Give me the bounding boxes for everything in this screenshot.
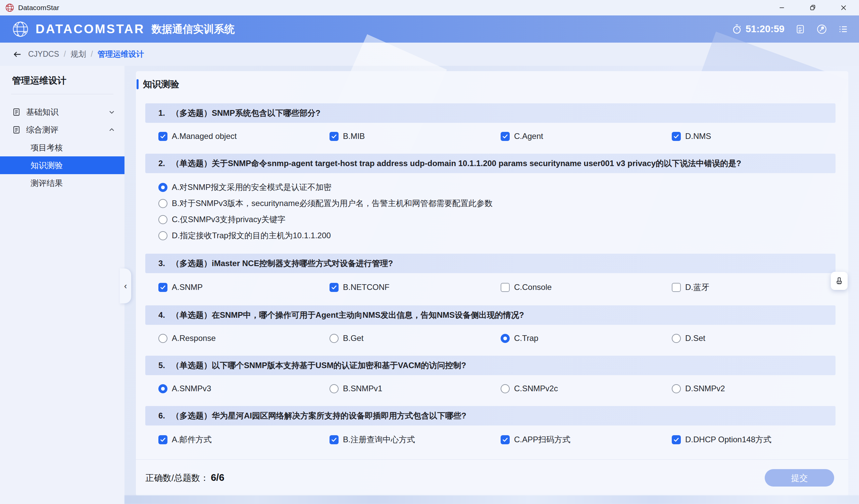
close-icon[interactable] — [828, 0, 859, 15]
radio-selected-icon[interactable] — [159, 384, 167, 393]
option[interactable]: D.指定接收Trap报文的目的主机为10.1.1.200 — [159, 230, 835, 241]
radio-unselected-icon[interactable] — [159, 215, 167, 224]
breadcrumb-item[interactable]: 管理运维设计 — [97, 49, 144, 59]
radio-unselected-icon[interactable] — [159, 334, 167, 343]
option[interactable]: C.APP扫码方式 — [501, 434, 672, 445]
option-label: D.蓝牙 — [685, 282, 709, 293]
question-text: （多选题）华为星河AI园区网络解决方案所支持的设备即插即用方式包含以下哪些? — [171, 410, 466, 421]
radio-unselected-icon[interactable] — [501, 384, 510, 393]
checkbox-checked-icon[interactable] — [330, 435, 338, 444]
radio-unselected-icon[interactable] — [159, 199, 167, 208]
option-label: A.SNMP — [172, 282, 203, 292]
sidebar-item-item[interactable]: 测评结果 — [0, 174, 124, 192]
option[interactable]: A.邮件方式 — [159, 434, 330, 445]
minimize-icon[interactable] — [766, 0, 797, 15]
list-icon[interactable] — [838, 24, 849, 35]
question: 1.（多选题）SNMP系统包含以下哪些部分?A.Managed objectB.… — [145, 103, 835, 154]
option[interactable]: A.Managed object — [159, 132, 330, 141]
option[interactable]: D.NMS — [672, 132, 835, 141]
report-icon[interactable] — [795, 24, 806, 35]
submit-button[interactable]: 提交 — [765, 469, 834, 487]
option-label: A.对SNMP报文采用的安全模式是认证不加密 — [172, 182, 332, 193]
os-titlebar: DatacomStar — [0, 0, 859, 15]
checkbox-unchecked-icon[interactable] — [501, 283, 510, 292]
radio-selected-icon[interactable] — [159, 183, 167, 192]
window-controls — [766, 0, 859, 15]
checkbox-unchecked-icon[interactable] — [672, 283, 681, 292]
radio-selected-icon[interactable] — [501, 334, 510, 343]
option-label: A.邮件方式 — [172, 434, 212, 445]
brush-icon[interactable] — [831, 272, 848, 290]
checkbox-checked-icon[interactable] — [501, 435, 510, 444]
question-header: 6.（多选题）华为星河AI园区网络解决方案所支持的设备即插即用方式包含以下哪些? — [145, 406, 835, 426]
option[interactable]: B.Get — [330, 334, 501, 343]
section-title-label: 知识测验 — [143, 78, 179, 90]
window-title: DatacomStar — [18, 4, 59, 12]
option[interactable]: D.SNMPv2 — [672, 384, 835, 393]
question-number: 3. — [159, 259, 165, 268]
option-label: C.SNMPv2c — [514, 384, 558, 393]
option[interactable]: A.Response — [159, 334, 330, 343]
option-label: B.注册查询中心方式 — [343, 434, 415, 445]
option[interactable]: B.SNMPv1 — [330, 384, 501, 393]
checkbox-checked-icon[interactable] — [672, 435, 681, 444]
back-arrow-icon[interactable] — [13, 50, 22, 59]
checkbox-checked-icon[interactable] — [330, 283, 338, 292]
option[interactable]: C.Agent — [501, 132, 672, 141]
option[interactable]: D.蓝牙 — [672, 282, 835, 293]
section-title: 知识测验 — [137, 78, 848, 91]
radio-unselected-icon[interactable] — [330, 384, 338, 393]
brand: DATACOMSTAR 数据通信实训系统 — [11, 20, 235, 38]
question: 3.（多选题）iMaster NCE控制器支持哪些方式对设备进行管理?A.SNM… — [145, 254, 835, 305]
checkbox-checked-icon[interactable] — [159, 435, 167, 444]
wrench-icon[interactable] — [816, 24, 827, 35]
checkbox-checked-icon[interactable] — [501, 132, 510, 141]
question-number: 5. — [159, 361, 165, 370]
option[interactable]: B.注册查询中心方式 — [330, 434, 501, 445]
radio-unselected-icon[interactable] — [159, 231, 167, 240]
question: 4.（单选题）在SNMP中，哪个操作可用于Agent主动向NMS发出信息，告知N… — [145, 305, 835, 356]
option[interactable]: C.SNMPv2c — [501, 384, 672, 393]
option[interactable]: C.Trap — [501, 334, 672, 343]
option[interactable]: C.仅SNMPv3支持privacy关键字 — [159, 214, 835, 225]
question-header: 2.（单选题）关于SNMP命令snmp-agent target-host tr… — [145, 154, 835, 173]
option[interactable]: A.SNMP — [159, 282, 330, 292]
timer-value: 51:20:59 — [745, 24, 784, 34]
question-text: （单选题）以下哪个SNMP版本支持基于USM的认证加密和基于VACM的访问控制? — [171, 360, 466, 371]
radio-unselected-icon[interactable] — [672, 384, 681, 393]
checkbox-checked-icon[interactable] — [672, 132, 681, 141]
restore-icon[interactable] — [797, 0, 828, 15]
question-options: A.Managed objectB.MIBC.AgentD.NMS — [145, 123, 835, 154]
breadcrumb-item[interactable]: CJYDCS — [28, 50, 59, 59]
option[interactable]: B.对于SNMPv3版本，securityname必须配置为用户名，告警主机和网… — [159, 198, 835, 209]
sidebar-group-label: 基础知识 — [26, 107, 58, 118]
breadcrumb-item[interactable]: 规划 — [71, 49, 86, 59]
quiz-panel: 知识测验 1.（多选题）SNMP系统包含以下哪些部分?A.Managed obj… — [136, 71, 848, 496]
checkbox-checked-icon[interactable] — [159, 132, 167, 141]
question-header: 3.（多选题）iMaster NCE控制器支持哪些方式对设备进行管理? — [145, 254, 835, 273]
question-list: 1.（多选题）SNMP系统包含以下哪些部分?A.Managed objectB.… — [145, 103, 835, 459]
option[interactable]: D.Set — [672, 334, 835, 343]
option-label: D.NMS — [685, 132, 711, 141]
radio-unselected-icon[interactable] — [672, 334, 681, 343]
checkbox-checked-icon[interactable] — [330, 132, 338, 141]
option[interactable]: A.SNMPv3 — [159, 384, 330, 393]
option[interactable]: B.MIB — [330, 132, 501, 141]
sidebar-title: 管理运维设计 — [12, 75, 124, 87]
option-label: A.Managed object — [172, 132, 237, 141]
session-timer: 51:20:59 — [732, 24, 784, 34]
sidebar-group-expanded[interactable]: 综合测评 — [0, 121, 124, 139]
option[interactable]: B.NETCONF — [330, 282, 501, 292]
sidebar-group-collapsed[interactable]: 基础知识 — [0, 103, 124, 121]
sidebar-item-active[interactable]: 知识测验 — [0, 156, 124, 174]
question-options: A.SNMPB.NETCONFC.ConsoleD.蓝牙 — [145, 273, 835, 305]
checkbox-checked-icon[interactable] — [159, 283, 167, 292]
option[interactable]: C.Console — [501, 282, 672, 292]
sidebar-item-item[interactable]: 项目考核 — [0, 139, 124, 156]
sidebar-collapse-handle[interactable]: ‹ — [120, 269, 131, 303]
option-label: C.Console — [514, 282, 552, 292]
option[interactable]: D.DHCP Option148方式 — [672, 434, 835, 445]
workspace: 管理运维设计 基础知识综合测评项目考核知识测验测评结果 ‹ 知识测验 1.（多选… — [0, 66, 859, 504]
radio-unselected-icon[interactable] — [330, 334, 338, 343]
option[interactable]: A.对SNMP报文采用的安全模式是认证不加密 — [159, 182, 835, 193]
